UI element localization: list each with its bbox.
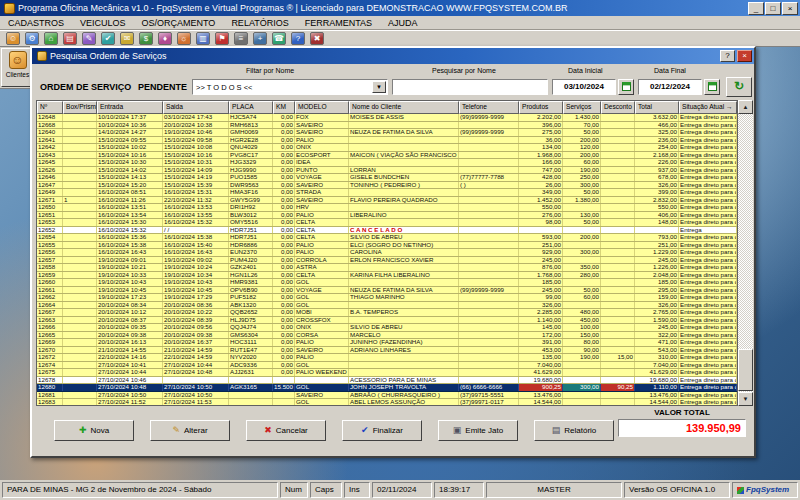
column-header-placa[interactable]: PLACA <box>229 101 273 114</box>
table-row[interactable]: 1265016/10/2024 13:5116/10/2024 13:53DRI… <box>37 204 737 212</box>
emite-jato-button[interactable]: ▣Emite Jato <box>438 420 518 441</box>
phone-icon[interactable]: ☎ <box>272 32 286 45</box>
table-row[interactable]: 12671116/10/2024 11:2622/10/2024 11:32GW… <box>37 197 737 205</box>
maximize-button[interactable]: □ <box>765 2 781 15</box>
menu-ajuda[interactable]: AJUDA <box>380 18 426 28</box>
suppliers-icon[interactable]: ⌂ <box>44 32 58 45</box>
vehicles-icon[interactable]: ⚙ <box>25 32 39 45</box>
table-row[interactable]: 1265616/10/2024 16:4316/10/2024 16:43EUN… <box>37 249 737 257</box>
scroll-up-icon[interactable]: ▲ <box>738 100 753 114</box>
date-end-value[interactable]: 02/12/2024 <box>638 79 702 95</box>
table-row[interactable]: 1268327/10/2024 11:5227/10/2024 11:53GOL… <box>37 399 737 405</box>
column-header-saida[interactable]: Saida <box>163 101 229 114</box>
alterar-button[interactable]: ✎Alterar <box>150 420 230 441</box>
reports-icon[interactable]: ▥ <box>196 32 210 45</box>
menu-ferramentas[interactable]: FERRAMENTAS <box>297 18 380 28</box>
table-row[interactable]: 1267827/10/2024 10:46ACESSORIO PARA DE M… <box>37 377 737 385</box>
column-header-box-prisma[interactable]: Box/Prisma <box>63 101 97 114</box>
column-header-servicos[interactable]: Serviços <box>563 101 601 114</box>
scroll-down-icon[interactable]: ▼ <box>738 392 753 406</box>
scrollbar-thumb[interactable] <box>738 349 753 391</box>
calendar-end-button[interactable] <box>704 79 720 95</box>
table-row[interactable]: 1265719/10/2024 09:0119/10/2024 09:02PUM… <box>37 257 737 265</box>
table-row[interactable]: 1265116/10/2024 13:5416/10/2024 13:55BLW… <box>37 212 737 220</box>
column-header-n[interactable]: Nº <box>37 101 63 114</box>
column-header-situacao-atual[interactable]: Situação Atual → <box>679 101 737 114</box>
refresh-button[interactable]: ↻ <box>726 77 752 97</box>
table-row[interactable]: 1264615/10/2024 14:1315/10/2024 14:19PUO… <box>37 174 737 182</box>
column-header-telefone[interactable]: Telefone <box>459 101 519 114</box>
column-header-modelo[interactable]: MODELO <box>295 101 349 114</box>
column-header-km[interactable]: KM <box>273 101 295 114</box>
date-start-value[interactable]: 03/10/2024 <box>552 79 616 95</box>
menu-cadastros[interactable]: CADASTROS <box>0 18 72 28</box>
products-icon[interactable]: ▤ <box>63 32 77 45</box>
table-row[interactable]: 1268127/10/2024 10:5027/10/2024 10:50SAV… <box>37 392 737 400</box>
table-row[interactable]: 1266810/10/2024 10:3620/10/2024 10:38RMH… <box>37 122 737 130</box>
minimize-button[interactable]: _ <box>748 2 764 15</box>
table-row[interactable]: 1266019/10/2024 10:4319/10/2024 10:43HMR… <box>37 279 737 287</box>
table-row[interactable]: 1266620/10/2024 09:3520/10/2024 09:56QQJ… <box>37 324 737 332</box>
table-row[interactable]: 1267527/10/2024 10:4427/10/2024 10:48AJJ… <box>37 369 737 377</box>
table-row[interactable]: 1264014/10/2024 14:2719/10/2024 10:46GMH… <box>37 129 737 137</box>
column-header-produtos[interactable]: Produtos <box>519 101 563 114</box>
finalizar-button[interactable]: ✔Finalizar <box>342 420 422 441</box>
table-row[interactable]: 1264515/10/2024 10:3015/10/2024 10:31HJG… <box>37 159 737 167</box>
table-row[interactable]: 1266320/10/2024 08:3720/10/2024 08:39HLJ… <box>37 317 737 325</box>
column-header-entrada[interactable]: Entrada <box>97 101 163 114</box>
table-cell <box>273 392 295 399</box>
table-row[interactable]: 1262615/10/2024 14:0215/10/2024 14:09HJG… <box>37 167 737 175</box>
services-icon[interactable]: ✎ <box>82 32 96 45</box>
table-row[interactable]: 1264215/10/2024 10:0215/10/2024 10:08QNU… <box>37 144 737 152</box>
table-row[interactable]: 1268027/10/2024 10:4827/10/2024 10:50AGK… <box>37 384 737 392</box>
exit-icon[interactable]: ✖ <box>310 32 324 45</box>
calendar-start-button[interactable] <box>618 79 634 95</box>
calculator-icon[interactable]: + <box>253 32 267 45</box>
schedule-icon[interactable]: ☼ <box>177 32 191 45</box>
table-row[interactable]: 1266720/10/2024 10:1220/10/2024 10:22QQB… <box>37 309 737 317</box>
table-row[interactable]: 1267427/10/2024 10:4127/10/2024 10:44ADC… <box>37 362 737 370</box>
table-row[interactable]: 1265819/10/2024 10:2119/10/2024 10:24GZK… <box>37 264 737 272</box>
menu-os-orcamento[interactable]: OS/ORÇAMENTO <box>134 18 224 28</box>
table-row[interactable]: 1265316/10/2024 15:3016/10/2024 15:32OMY… <box>37 219 737 227</box>
table-row[interactable]: 1264916/10/2024 08:5116/10/2024 15:31HMA… <box>37 189 737 197</box>
table-row[interactable]: 1264810/10/2024 17:3703/10/2024 17:43HJC… <box>37 114 737 122</box>
cash-icon[interactable]: $ <box>139 32 153 45</box>
table-row[interactable]: 1265216/10/2024 15:32/ /HDR7J510,00CELTA… <box>37 227 737 235</box>
search-name-input[interactable] <box>392 79 548 95</box>
relatorio-button[interactable]: ▤Relatório <box>534 420 614 441</box>
filter-name-select[interactable]: >> T O D O S << ▼ <box>192 79 388 95</box>
backup-icon[interactable]: ≡ <box>234 32 248 45</box>
column-header-nome-do-cliente[interactable]: Nome do Cliente <box>349 101 459 114</box>
table-row[interactable]: 1267222/10/2024 14:1622/10/2024 14:59NYV… <box>37 354 737 362</box>
table-row[interactable]: 1266219/10/2024 17:2319/10/2024 17:29PUF… <box>37 294 737 302</box>
table-row[interactable]: 1267021/10/2024 14:5521/10/2024 14:59RUT… <box>37 347 737 355</box>
table-row[interactable]: 1264115/10/2024 09:5515/10/2024 09:58HGR… <box>37 137 737 145</box>
table-row[interactable]: 1266119/10/2024 10:4519/10/2024 10:45OPV… <box>37 287 737 295</box>
cancelar-button[interactable]: ✖Cancelar <box>246 420 326 441</box>
column-header-total[interactable]: Total <box>635 101 679 114</box>
column-header-desconto[interactable]: Desconto <box>601 101 635 114</box>
labels-icon[interactable]: ⚑ <box>215 32 229 45</box>
table-row[interactable]: 1266420/10/2024 08:3420/10/2024 08:36ABK… <box>37 302 737 310</box>
table-row[interactable]: 1265516/10/2024 15:3816/10/2024 15:40HDR… <box>37 242 737 250</box>
service-order-icon[interactable]: ✔ <box>101 32 115 45</box>
grid-vertical-scrollbar[interactable]: ▲ ▼ <box>738 100 753 406</box>
chevron-down-icon[interactable]: ▼ <box>372 81 386 93</box>
table-row[interactable]: 1264315/10/2024 10:1615/10/2024 10:16PVG… <box>37 152 737 160</box>
nova-button[interactable]: ✚Nova <box>54 420 134 441</box>
budget-icon[interactable]: ✉ <box>120 32 134 45</box>
help-icon[interactable]: ? <box>291 32 305 45</box>
dialog-help-button[interactable]: ? <box>720 50 735 62</box>
table-row[interactable]: 1266520/10/2024 09:3820/10/2024 09:38GMS… <box>37 332 737 340</box>
table-row[interactable]: 1265919/10/2024 10:3319/10/2024 10:34HGN… <box>37 272 737 280</box>
close-button[interactable]: × <box>782 2 798 15</box>
dialog-close-button[interactable]: × <box>737 50 752 62</box>
menu-veiculos[interactable]: VEICULOS <box>72 18 134 28</box>
table-row[interactable]: 1264715/10/2024 15:2015/10/2024 15:39DWR… <box>37 182 737 190</box>
table-row[interactable]: 1265416/10/2024 15:3616/10/2024 15:38HDR… <box>37 234 737 242</box>
accounts-icon[interactable]: ♦ <box>158 32 172 45</box>
table-row[interactable]: 1266920/10/2024 16:1320/10/2024 16:37HOC… <box>37 339 737 347</box>
menu-relatorios[interactable]: RELATÓRIOS <box>223 18 296 28</box>
clients-icon[interactable]: ☺ <box>6 32 20 45</box>
